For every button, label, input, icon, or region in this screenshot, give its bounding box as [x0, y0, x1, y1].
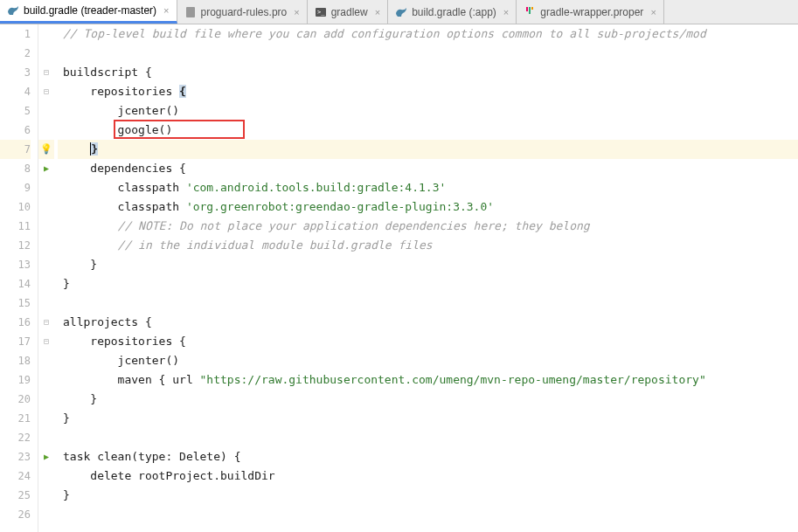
line-number: 11 — [0, 217, 31, 236]
code-token: google() — [63, 123, 172, 136]
code-token: } — [63, 277, 70, 290]
code-line[interactable]: allprojects { — [58, 313, 798, 332]
close-icon[interactable]: × — [503, 7, 509, 17]
code-token: type — [138, 450, 165, 463]
code-line[interactable]: delete rootProject.buildDir — [58, 466, 798, 486]
code-token: { — [179, 85, 186, 98]
code-line[interactable]: } — [58, 409, 798, 428]
code-line[interactable]: task clean(type: Delete) { — [58, 447, 798, 466]
close-icon[interactable]: × — [650, 7, 656, 17]
code-token: repositories — [63, 85, 179, 98]
file-type-icon — [395, 6, 407, 18]
code-line[interactable] — [58, 505, 798, 524]
code-token: } — [63, 392, 97, 405]
gutter-spacer — [38, 351, 54, 370]
code-line[interactable]: repositories { — [58, 82, 798, 101]
code-area[interactable]: // Top-level build file where you can ad… — [54, 24, 798, 532]
code-token: } — [63, 411, 70, 425]
code-line[interactable]: classpath 'org.greenrobot:greendao-gradl… — [58, 197, 798, 217]
code-line[interactable]: classpath 'com.android.tools.build:gradl… — [58, 178, 798, 197]
code-line[interactable]: } — [58, 274, 798, 294]
code-line[interactable]: } — [58, 486, 798, 505]
line-number: 8 — [0, 159, 31, 178]
code-line[interactable]: jcenter() — [58, 101, 798, 121]
tab-0[interactable]: build.gradle (treader-master)× — [0, 0, 177, 24]
code-token: classpath — [63, 200, 186, 213]
run-gutter-icon[interactable]: ▶ — [38, 159, 54, 178]
gutter-spacer — [38, 44, 54, 63]
line-number: 19 — [0, 370, 31, 390]
line-number: 23 — [0, 447, 31, 466]
code-line[interactable]: } — [58, 255, 798, 274]
gutter-spacer — [38, 466, 54, 486]
code-token: allprojects { — [63, 315, 152, 328]
line-number: 14 — [0, 274, 31, 294]
line-number: 7 — [0, 140, 31, 159]
tab-3[interactable]: build.gradle (:app)× — [388, 0, 517, 24]
gutter-spacer — [38, 178, 54, 197]
code-token: dependencies { — [63, 162, 186, 175]
line-number-gutter: 1234567891011121314151617181920212223242… — [0, 24, 38, 532]
fold-toggle-icon[interactable]: ⊟ — [38, 63, 54, 82]
tab-2[interactable]: >_gradlew× — [308, 0, 388, 24]
code-line[interactable]: dependencies { — [58, 159, 798, 178]
code-line[interactable] — [58, 294, 798, 313]
fold-gutter: ⊟⊟💡▶⊟⊟▶ — [38, 24, 54, 532]
line-number: 13 — [0, 255, 31, 274]
code-line[interactable]: // NOTE: Do not place your application d… — [58, 217, 798, 236]
close-icon[interactable]: × — [163, 5, 169, 16]
line-number: 5 — [0, 101, 31, 121]
tab-label: gradle-wrapper.proper — [540, 6, 643, 18]
tab-1[interactable]: proguard-rules.pro× — [177, 0, 308, 24]
fold-toggle-icon[interactable]: ⊟ — [38, 332, 54, 351]
code-line[interactable]: // in the individual module build.gradle… — [58, 236, 798, 255]
code-token: 'org.greenrobot:greendao-gradle-plugin:3… — [186, 200, 494, 213]
gutter-spacer — [38, 390, 54, 409]
run-gutter-icon[interactable]: ▶ — [38, 447, 54, 466]
code-token: // Top-level build file where you can ad… — [63, 27, 706, 40]
close-icon[interactable]: × — [294, 7, 299, 17]
code-line[interactable]: google() — [58, 121, 798, 140]
lightbulb-icon[interactable]: 💡 — [38, 140, 54, 159]
code-token: } — [63, 488, 70, 501]
gutter-spacer — [38, 428, 54, 447]
code-line[interactable]: } — [58, 140, 798, 159]
tab-4[interactable]: gradle-wrapper.proper× — [517, 0, 664, 24]
code-line[interactable]: // Top-level build file where you can ad… — [58, 24, 798, 44]
close-icon[interactable]: × — [375, 7, 380, 17]
line-number: 2 — [0, 44, 31, 63]
gutter-spacer — [38, 486, 54, 505]
line-number: 18 — [0, 351, 31, 370]
code-line[interactable]: repositories { — [58, 332, 798, 351]
tab-label: proguard-rules.pro — [201, 6, 288, 18]
svg-rect-0 — [186, 7, 195, 17]
code-line[interactable] — [58, 44, 798, 63]
line-number: 22 — [0, 428, 31, 447]
code-line[interactable]: buildscript { — [58, 63, 798, 82]
file-type-icon — [7, 4, 19, 17]
code-token: buildscript { — [63, 66, 152, 79]
tab-label: build.gradle (treader-master) — [24, 4, 156, 17]
code-line[interactable]: } — [58, 390, 798, 409]
line-number: 26 — [0, 505, 31, 524]
fold-toggle-icon[interactable]: ⊟ — [38, 313, 54, 332]
editor-tabs: build.gradle (treader-master)×proguard-r… — [0, 0, 798, 24]
gutter-spacer — [38, 294, 54, 313]
fold-toggle-icon[interactable]: ⊟ — [38, 82, 54, 101]
line-number: 24 — [0, 466, 31, 486]
code-line[interactable]: maven { url "https://raw.githubuserconte… — [58, 370, 798, 390]
code-token: } — [63, 258, 97, 271]
code-line[interactable] — [58, 428, 798, 447]
code-line[interactable]: jcenter() — [58, 351, 798, 370]
line-number: 15 — [0, 294, 31, 313]
line-number: 20 — [0, 390, 31, 409]
line-number: 17 — [0, 332, 31, 351]
code-token: repositories { — [63, 335, 186, 348]
tab-label: gradlew — [331, 6, 368, 18]
file-type-icon — [524, 6, 536, 18]
gutter-spacer — [38, 101, 54, 121]
gutter-spacer — [38, 274, 54, 294]
svg-rect-4 — [529, 7, 531, 14]
code-token: } — [90, 142, 98, 155]
gutter-spacer — [38, 505, 54, 524]
